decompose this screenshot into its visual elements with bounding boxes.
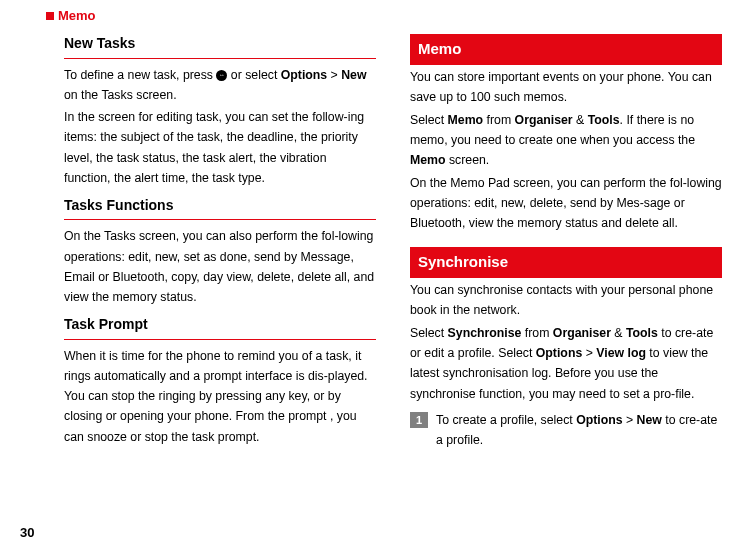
text: > — [582, 346, 596, 360]
nav-key-icon: ↔ — [216, 70, 227, 81]
text: > — [623, 413, 637, 427]
running-header: Memo — [0, 0, 752, 26]
text: To define a new task, press — [64, 68, 216, 82]
bar-label: Memo — [418, 37, 461, 62]
paragraph: Select Memo from Organiser & Tools. If t… — [410, 110, 722, 171]
heading-new-tasks: New Tasks — [64, 32, 376, 58]
step-text: To create a profile, select Options > Ne… — [436, 410, 722, 451]
bold-options: Options — [536, 346, 582, 360]
text: To create a profile, select — [436, 413, 576, 427]
paragraph: Select Synchronise from Organiser & Tool… — [410, 323, 722, 404]
content-columns: New Tasks To define a new task, press ↔ … — [0, 26, 752, 450]
header-title: Memo — [58, 5, 96, 26]
text: on the Tasks screen. — [64, 88, 177, 102]
text: or select — [227, 68, 280, 82]
heading-task-prompt: Task Prompt — [64, 313, 376, 339]
bold-tools: Tools — [626, 326, 658, 340]
bold-memo2: Memo — [410, 153, 446, 167]
bold-memo: Memo — [448, 113, 484, 127]
bold-synchronise: Synchronise — [448, 326, 522, 340]
text: from — [521, 326, 552, 340]
paragraph: To define a new task, press ↔ or select … — [64, 65, 376, 106]
text: > — [327, 68, 341, 82]
red-square-icon — [46, 12, 54, 20]
paragraph: You can synchronise contacts with your p… — [410, 280, 722, 321]
paragraph: On the Tasks screen, you can also perfor… — [64, 226, 376, 307]
paragraph: You can store important events on your p… — [410, 67, 722, 108]
step-number-badge: 1 — [410, 412, 428, 428]
text: & — [573, 113, 588, 127]
bold-options: Options — [281, 68, 327, 82]
text: & — [611, 326, 626, 340]
bold-organiser: Organiser — [553, 326, 611, 340]
page-number: 30 — [20, 522, 34, 543]
bold-view-log: View log — [596, 346, 646, 360]
section-bar-synchronise: Synchronise — [410, 247, 722, 278]
bold-tools: Tools — [588, 113, 620, 127]
step-row: 1 To create a profile, select Options > … — [410, 410, 722, 451]
bold-options: Options — [576, 413, 622, 427]
bold-organiser: Organiser — [515, 113, 573, 127]
text: Select — [410, 326, 448, 340]
section-bar-memo: Memo — [410, 34, 722, 65]
bar-label: Synchronise — [418, 250, 508, 275]
paragraph: When it is time for the phone to remind … — [64, 346, 376, 447]
paragraph: On the Memo Pad screen, you can perform … — [410, 173, 722, 234]
paragraph: In the screen for editing task, you can … — [64, 107, 376, 188]
text: from — [483, 113, 514, 127]
right-column: Memo You can store important events on y… — [410, 32, 722, 450]
heading-tasks-functions: Tasks Functions — [64, 194, 376, 220]
text: Select — [410, 113, 448, 127]
left-column: New Tasks To define a new task, press ↔ … — [64, 32, 376, 450]
bold-new: New — [637, 413, 662, 427]
bold-new: New — [341, 68, 366, 82]
text: screen. — [446, 153, 490, 167]
